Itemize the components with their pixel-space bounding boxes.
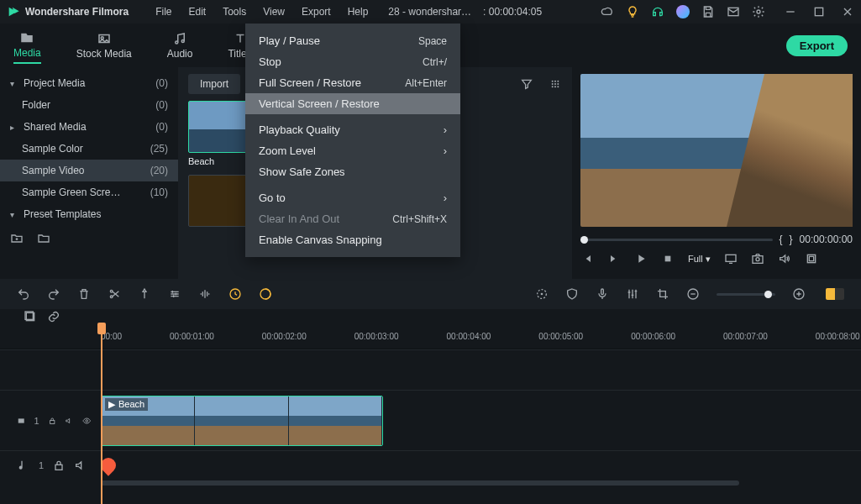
tab-media[interactable]: Media: [13, 27, 41, 64]
play-icon[interactable]: [634, 252, 648, 265]
folder-icon[interactable]: [37, 232, 50, 245]
lock-icon[interactable]: [52, 459, 66, 472]
sidebar-item-shared-media[interactable]: ▸Shared Media(0): [0, 116, 178, 138]
fullscreen-icon[interactable]: [805, 252, 818, 265]
visibility-icon[interactable]: [82, 414, 91, 428]
mail-icon[interactable]: [727, 5, 740, 18]
tab-stock-media[interactable]: Stock Media: [76, 28, 132, 63]
sidebar-item-folder[interactable]: Folder(0): [0, 94, 178, 116]
marker-icon[interactable]: [138, 287, 151, 301]
zoom-slider[interactable]: [717, 293, 775, 296]
lightbulb-icon[interactable]: [626, 5, 639, 18]
menu-clear-in-out: Clear In And OutCtrl+Shift+X: [245, 208, 460, 229]
timeline-ruler[interactable]: 00:00 00:00:01:00 00:00:02:00 00:00:03:0…: [0, 324, 861, 349]
export-button[interactable]: Export: [786, 35, 848, 56]
speed-icon[interactable]: [228, 287, 242, 301]
media-icon: [19, 30, 34, 45]
adjust-icon[interactable]: [168, 287, 181, 301]
color-icon[interactable]: [259, 287, 272, 301]
mic-icon[interactable]: [596, 287, 609, 301]
zoom-fit-icon[interactable]: [826, 288, 844, 300]
tab-audio[interactable]: Audio: [167, 28, 193, 63]
sidebar-item-preset-templates[interactable]: ▾Preset Templates: [0, 203, 178, 225]
video-track-icon: [17, 414, 25, 428]
lock-icon[interactable]: [48, 414, 56, 428]
cut-icon[interactable]: [108, 287, 121, 301]
delete-icon[interactable]: [77, 287, 91, 301]
import-button[interactable]: Import: [188, 74, 240, 94]
preview-scrubber[interactable]: [580, 239, 773, 241]
close-icon[interactable]: [841, 5, 854, 18]
menu-fullscreen-restore[interactable]: Full Screen / RestoreAlt+Enter: [245, 72, 460, 93]
menu-go-to[interactable]: Go to: [245, 187, 460, 208]
sidebar-item-sample-green[interactable]: Sample Green Scre…(10): [0, 181, 178, 203]
preview-video[interactable]: [580, 74, 853, 227]
mark-in[interactable]: {: [780, 234, 783, 245]
maximize-icon[interactable]: [812, 5, 826, 18]
playhead-handle[interactable]: [97, 323, 106, 334]
headset-icon[interactable]: [651, 5, 664, 18]
menu-stop[interactable]: StopCtrl+/: [245, 51, 460, 72]
menu-help[interactable]: Help: [341, 3, 375, 21]
minimize-icon[interactable]: [784, 5, 797, 18]
user-avatar[interactable]: [676, 5, 690, 18]
menu-tools[interactable]: Tools: [216, 3, 253, 21]
volume-icon[interactable]: [778, 252, 791, 265]
svg-point-1: [757, 10, 760, 13]
track-video-1[interactable]: 1 ▶Beach: [0, 390, 861, 450]
zoom-in-icon[interactable]: [792, 287, 806, 301]
mixer-icon[interactable]: [626, 287, 639, 301]
menu-play-pause[interactable]: Play / PauseSpace: [245, 30, 460, 51]
grid-view-icon[interactable]: [549, 77, 562, 91]
menu-file[interactable]: File: [149, 3, 178, 21]
redo-icon[interactable]: [47, 287, 60, 301]
cloud-icon[interactable]: [601, 5, 614, 18]
snapshot-icon[interactable]: [751, 252, 764, 265]
save-icon[interactable]: [701, 5, 715, 18]
svg-rect-28: [601, 289, 604, 295]
menu-vertical-screen-restore[interactable]: Vertical Screen / Restore: [245, 93, 460, 114]
menu-export[interactable]: Export: [295, 3, 338, 21]
link-icon[interactable]: [47, 310, 60, 323]
app-logo: Wondershare Filmora: [7, 5, 129, 18]
shield-icon[interactable]: [565, 287, 579, 301]
svg-rect-34: [50, 420, 54, 423]
menu-edit[interactable]: Edit: [181, 3, 213, 21]
track-empty[interactable]: [0, 349, 861, 390]
svg-point-5: [176, 41, 178, 44]
prev-frame-icon[interactable]: [580, 252, 594, 265]
audio-icon: [172, 31, 187, 46]
new-folder-icon[interactable]: [10, 232, 24, 245]
target-icon[interactable]: [535, 287, 549, 301]
timeline-clip-beach[interactable]: ▶Beach: [101, 396, 383, 446]
stop-icon[interactable]: [661, 252, 675, 265]
display-icon[interactable]: [724, 252, 738, 265]
mark-out[interactable]: }: [790, 234, 793, 245]
crop-icon[interactable]: [656, 287, 669, 301]
fit-dropdown[interactable]: Full▾: [688, 254, 711, 265]
menu-zoom-level[interactable]: Zoom Level: [245, 140, 460, 161]
menu-view[interactable]: View: [256, 3, 291, 21]
next-frame-icon[interactable]: [607, 252, 621, 265]
menu-safe-zones[interactable]: Show Safe Zones: [245, 161, 460, 182]
menu-canvas-snapping[interactable]: Enable Canvas Snapping: [245, 229, 460, 250]
svg-rect-2: [815, 8, 822, 15]
snapshot-list-icon[interactable]: [24, 310, 37, 323]
timeline-scrollbar[interactable]: [0, 479, 861, 487]
sidebar-item-project-media[interactable]: ▾Project Media(0): [0, 72, 178, 94]
undo-icon[interactable]: [17, 287, 30, 301]
zoom-out-icon[interactable]: [686, 287, 700, 301]
waveform-icon[interactable]: [198, 287, 212, 301]
svg-rect-18: [753, 256, 763, 264]
mute-icon[interactable]: [65, 414, 73, 428]
filter-icon[interactable]: [520, 77, 533, 91]
svg-point-8: [554, 81, 556, 82]
gear-icon[interactable]: [752, 5, 765, 18]
sidebar-item-sample-color[interactable]: Sample Color(25): [0, 138, 178, 160]
sidebar-item-sample-video[interactable]: Sample Video(20): [0, 160, 178, 181]
menu-playback-quality[interactable]: Playback Quality: [245, 119, 460, 140]
tab-media-label: Media: [13, 47, 41, 59]
project-timecode: : 00:00:04:05: [483, 6, 542, 18]
track-audio-1[interactable]: 1: [0, 450, 861, 479]
mute-icon[interactable]: [74, 459, 87, 472]
